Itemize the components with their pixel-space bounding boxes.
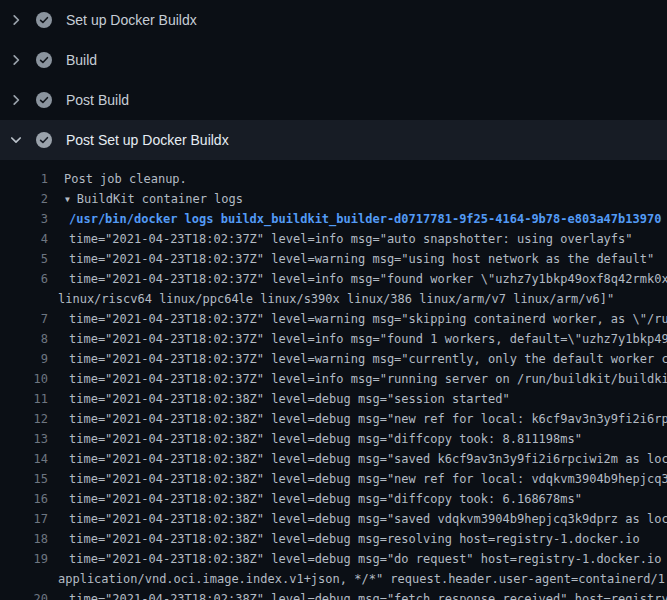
check-circle-icon: [36, 92, 52, 108]
log-text: application/vnd.oci.image.index.v1+json,…: [58, 569, 667, 589]
log-text: time="2021-04-23T18:02:38Z" level=debug …: [69, 449, 667, 469]
log-line: 3/usr/bin/docker logs buildx_buildkit_bu…: [0, 209, 667, 229]
log-text: time="2021-04-23T18:02:38Z" level=debug …: [69, 529, 640, 549]
log-line: 10time="2021-04-23T18:02:37Z" level=info…: [0, 369, 667, 389]
log-line: 8time="2021-04-23T18:02:37Z" level=info …: [0, 329, 667, 349]
step-title: Post Set up Docker Buildx: [66, 132, 229, 148]
line-number[interactable]: 6: [0, 269, 48, 289]
log-line: 11time="2021-04-23T18:02:38Z" level=debu…: [0, 389, 667, 409]
line-number[interactable]: 11: [0, 389, 48, 409]
check-circle-icon: [36, 52, 52, 68]
log-text: time="2021-04-23T18:02:37Z" level=info m…: [69, 369, 667, 389]
line-number[interactable]: 12: [0, 409, 48, 429]
line-number[interactable]: 9: [0, 349, 48, 369]
log-line: 5time="2021-04-23T18:02:37Z" level=warni…: [0, 249, 667, 269]
line-number: [0, 569, 48, 589]
step-title: Post Build: [66, 92, 129, 108]
log-text: Post job cleanup.: [64, 169, 187, 189]
group-collapse-icon[interactable]: ▼: [65, 190, 70, 209]
check-circle-icon: [36, 132, 52, 148]
log-text: time="2021-04-23T18:02:38Z" level=debug …: [69, 469, 667, 489]
step-header-post-build[interactable]: Post Build: [0, 80, 667, 120]
step-title: Build: [66, 52, 97, 68]
line-number[interactable]: 10: [0, 369, 48, 389]
log-group-line: ▼BuildKit container logs: [65, 189, 243, 209]
log-line: 6time="2021-04-23T18:02:37Z" level=info …: [0, 269, 667, 289]
steps-list: Set up Docker Buildx Build Post Build: [0, 0, 667, 160]
chevron-down-icon: [8, 132, 24, 148]
log-line: 14time="2021-04-23T18:02:38Z" level=debu…: [0, 449, 667, 469]
line-number[interactable]: 18: [0, 529, 48, 549]
log-line: 18time="2021-04-23T18:02:38Z" level=debu…: [0, 529, 667, 549]
log-text: time="2021-04-23T18:02:38Z" level=debug …: [69, 389, 510, 409]
log-line: 13time="2021-04-23T18:02:38Z" level=debu…: [0, 429, 667, 449]
step-title: Set up Docker Buildx: [66, 12, 197, 28]
log-line: 17time="2021-04-23T18:02:38Z" level=debu…: [0, 509, 667, 529]
log-text: time="2021-04-23T18:02:38Z" level=debug …: [69, 429, 582, 449]
log-text: time="2021-04-23T18:02:38Z" level=debug …: [69, 489, 582, 509]
log-text: time="2021-04-23T18:02:37Z" level=info m…: [69, 329, 667, 349]
log-command-text: /usr/bin/docker logs buildx_buildkit_bui…: [69, 209, 661, 229]
line-number[interactable]: 14: [0, 449, 48, 469]
log-text: time="2021-04-23T18:02:38Z" level=debug …: [69, 409, 667, 429]
log-line: 2▼BuildKit container logs: [0, 189, 667, 209]
log-line: 20time="2021-04-23T18:02:38Z" level=debu…: [0, 589, 667, 600]
log-text: time="2021-04-23T18:02:38Z" level=debug …: [69, 549, 667, 569]
log-line: 1Post job cleanup.: [0, 169, 667, 189]
line-number[interactable]: 2: [0, 189, 48, 209]
log-line-continuation: linux/riscv64 linux/ppc64le linux/s390x …: [0, 289, 667, 309]
log-line: 15time="2021-04-23T18:02:38Z" level=debu…: [0, 469, 667, 489]
line-number[interactable]: 15: [0, 469, 48, 489]
log-text: time="2021-04-23T18:02:38Z" level=debug …: [69, 589, 667, 600]
log-line: 19time="2021-04-23T18:02:38Z" level=debu…: [0, 549, 667, 569]
line-number[interactable]: 8: [0, 329, 48, 349]
log-viewer: 1Post job cleanup. 2▼BuildKit container …: [0, 160, 667, 600]
log-text: time="2021-04-23T18:02:37Z" level=info m…: [69, 269, 667, 289]
step-header-build[interactable]: Build: [0, 40, 667, 80]
line-number[interactable]: 5: [0, 249, 48, 269]
log-line: 16time="2021-04-23T18:02:38Z" level=debu…: [0, 489, 667, 509]
line-number[interactable]: 1: [0, 169, 48, 189]
step-header-set-up-docker-buildx[interactable]: Set up Docker Buildx: [0, 0, 667, 40]
line-number[interactable]: 19: [0, 549, 48, 569]
chevron-right-icon: [8, 92, 24, 108]
line-number[interactable]: 3: [0, 209, 48, 229]
line-number[interactable]: 13: [0, 429, 48, 449]
step-header-post-set-up-docker-buildx[interactable]: Post Set up Docker Buildx: [0, 120, 667, 160]
line-number[interactable]: 7: [0, 309, 48, 329]
log-text: time="2021-04-23T18:02:37Z" level=warnin…: [69, 309, 667, 329]
chevron-right-icon: [8, 12, 24, 28]
log-text: time="2021-04-23T18:02:37Z" level=warnin…: [69, 249, 654, 269]
log-line-continuation: application/vnd.oci.image.index.v1+json,…: [0, 569, 667, 589]
chevron-right-icon: [8, 52, 24, 68]
log-line: 7time="2021-04-23T18:02:37Z" level=warni…: [0, 309, 667, 329]
line-number: [0, 289, 48, 309]
log-line: 12time="2021-04-23T18:02:38Z" level=debu…: [0, 409, 667, 429]
line-number[interactable]: 4: [0, 229, 48, 249]
check-circle-icon: [36, 12, 52, 28]
line-number[interactable]: 16: [0, 489, 48, 509]
log-text: time="2021-04-23T18:02:38Z" level=debug …: [69, 509, 667, 529]
log-text: time="2021-04-23T18:02:37Z" level=info m…: [69, 229, 633, 249]
log-text: time="2021-04-23T18:02:37Z" level=warnin…: [69, 349, 667, 369]
line-number[interactable]: 20: [0, 589, 48, 600]
line-number[interactable]: 17: [0, 509, 48, 529]
group-title: BuildKit container logs: [77, 192, 243, 206]
workflow-log-panel: Set up Docker Buildx Build Post Build: [0, 0, 667, 600]
log-line: 9time="2021-04-23T18:02:37Z" level=warni…: [0, 349, 667, 369]
log-line: 4time="2021-04-23T18:02:37Z" level=info …: [0, 229, 667, 249]
log-text: linux/riscv64 linux/ppc64le linux/s390x …: [58, 289, 614, 309]
